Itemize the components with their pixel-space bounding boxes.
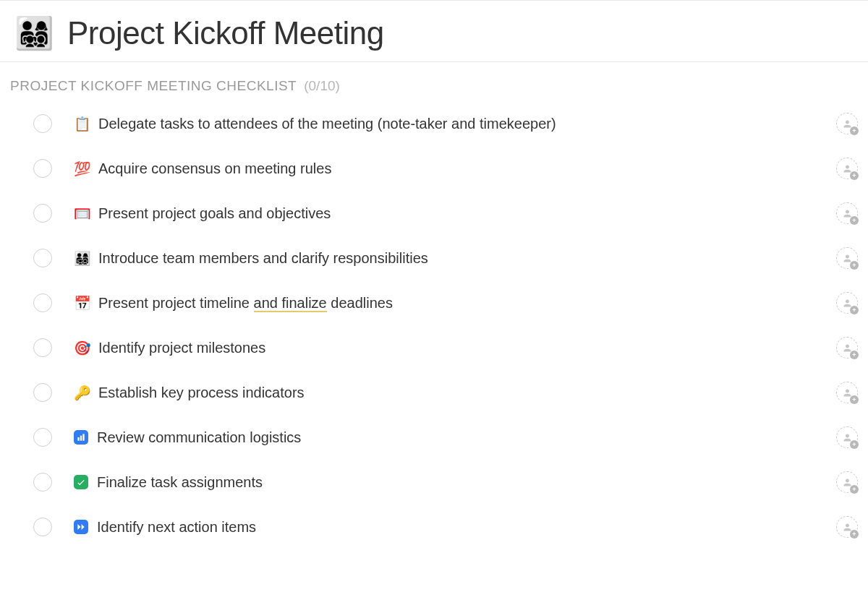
- checklist-item: 🎯Identify project milestones+: [33, 337, 858, 359]
- checklist-item: Identify next action items+: [33, 516, 858, 538]
- plus-icon: +: [850, 261, 859, 270]
- item-text: Acquire consensus on meeting rules: [98, 159, 331, 178]
- item-content[interactable]: Identify next action items: [74, 518, 804, 536]
- add-assignee-button[interactable]: +: [836, 426, 858, 448]
- item-content[interactable]: 🔑Establish key process indicators: [74, 383, 804, 402]
- item-content[interactable]: Finalize task assignments: [74, 473, 804, 492]
- checkbox[interactable]: [33, 383, 52, 402]
- add-assignee-button[interactable]: +: [836, 158, 858, 179]
- checklist-items: 📋Delegate tasks to attendees of the meet…: [10, 113, 858, 538]
- item-content[interactable]: 🎯Identify project milestones: [74, 338, 804, 357]
- item-text: Review communication logistics: [97, 428, 301, 447]
- item-emoji-icon: 📅: [74, 296, 90, 310]
- page-header: 👨‍👩‍👧‍👦 Project Kickoff Meeting: [0, 0, 868, 62]
- plus-icon: +: [850, 216, 859, 225]
- plus-icon: +: [850, 485, 859, 494]
- checklist-item: 📋Delegate tasks to attendees of the meet…: [33, 113, 858, 134]
- checklist-item: 📅Present project timeline and finalize d…: [33, 292, 858, 314]
- plus-icon: +: [850, 351, 859, 359]
- item-text: Identify project milestones: [98, 338, 265, 357]
- item-content[interactable]: 🥅Present project goals and objectives: [74, 204, 804, 223]
- add-assignee-button[interactable]: +: [836, 247, 858, 269]
- item-text: Establish key process indicators: [98, 383, 305, 402]
- item-content[interactable]: 📅Present project timeline and finalize d…: [74, 293, 804, 312]
- item-text: Present project timeline and finalize de…: [98, 293, 393, 312]
- checkbox[interactable]: [33, 473, 52, 492]
- plus-icon: +: [850, 171, 859, 180]
- checklist-item: Finalize task assignments+: [33, 471, 858, 493]
- item-emoji-icon: 🔑: [74, 386, 90, 400]
- svg-rect-0: [77, 437, 79, 441]
- add-assignee-button[interactable]: +: [836, 113, 858, 134]
- item-text: Introduce team members and clarify respo…: [98, 249, 428, 267]
- add-assignee-button[interactable]: +: [836, 516, 858, 538]
- item-text: Finalize task assignments: [97, 473, 263, 492]
- checklist-item: 🔑Establish key process indicators+: [33, 382, 858, 403]
- checklist-section: PROJECT KICKOFF MEETING CHECKLIST (0/10)…: [0, 62, 868, 538]
- item-emoji-icon: 🎯: [74, 341, 90, 355]
- check-icon: [74, 475, 88, 489]
- add-assignee-button[interactable]: +: [836, 471, 858, 493]
- checkbox[interactable]: [33, 114, 52, 133]
- add-assignee-button[interactable]: +: [836, 382, 858, 403]
- svg-rect-1: [80, 436, 82, 441]
- plus-icon: +: [850, 440, 859, 449]
- checklist-header: PROJECT KICKOFF MEETING CHECKLIST (0/10): [10, 78, 858, 94]
- plus-icon: +: [850, 306, 859, 314]
- item-emoji-icon: 📋: [74, 117, 90, 131]
- checkbox[interactable]: [33, 338, 52, 357]
- checkbox[interactable]: [33, 428, 52, 447]
- checklist-item: 🥅Present project goals and objectives+: [33, 202, 858, 224]
- item-content[interactable]: Review communication logistics: [74, 428, 804, 447]
- plus-icon: +: [850, 530, 859, 539]
- checklist-item: Review communication logistics+: [33, 426, 858, 448]
- add-assignee-button[interactable]: +: [836, 337, 858, 359]
- header-family-icon: 👨‍👩‍👧‍👦: [14, 17, 54, 49]
- item-emoji-icon: 🥅: [74, 207, 90, 220]
- skip-icon: [74, 520, 88, 534]
- checkbox[interactable]: [33, 518, 52, 536]
- checkbox[interactable]: [33, 249, 52, 267]
- add-assignee-button[interactable]: +: [836, 292, 858, 314]
- checklist-item: 👨‍👩‍👧‍👦Introduce team members and clarif…: [33, 247, 858, 269]
- item-emoji-icon: 💯: [74, 162, 90, 176]
- item-text: Delegate tasks to attendees of the meeti…: [98, 114, 556, 133]
- item-emoji-icon: 👨‍👩‍👧‍👦: [74, 252, 90, 265]
- page-title: Project Kickoff Meeting: [67, 15, 384, 51]
- checklist-item: 💯Acquire consensus on meeting rules+: [33, 158, 858, 179]
- add-assignee-button[interactable]: +: [836, 202, 858, 224]
- checklist-title: PROJECT KICKOFF MEETING CHECKLIST: [10, 78, 297, 94]
- item-content[interactable]: 📋Delegate tasks to attendees of the meet…: [74, 114, 804, 133]
- checkbox[interactable]: [33, 293, 52, 312]
- plus-icon: +: [850, 126, 859, 135]
- bar-chart-icon: [74, 430, 88, 445]
- plus-icon: +: [850, 395, 859, 404]
- item-text: Identify next action items: [97, 518, 256, 536]
- svg-rect-2: [82, 434, 84, 440]
- checklist-count: (0/10): [304, 78, 340, 94]
- item-text: Present project goals and objectives: [98, 204, 331, 223]
- checkbox[interactable]: [33, 204, 52, 223]
- item-content[interactable]: 💯Acquire consensus on meeting rules: [74, 159, 804, 178]
- item-content[interactable]: 👨‍👩‍👧‍👦Introduce team members and clarif…: [74, 249, 804, 267]
- checkbox[interactable]: [33, 159, 52, 178]
